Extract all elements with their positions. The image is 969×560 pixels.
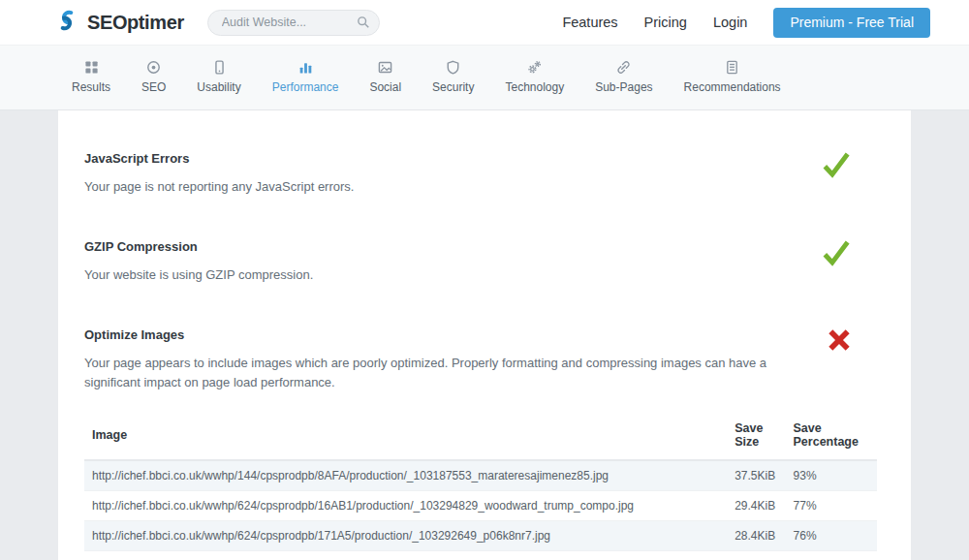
column-header-save-percentage: Save Percentage [786, 411, 877, 460]
tab-performance[interactable]: Performance [257, 58, 355, 96]
save-percentage-cell: 76% [786, 520, 877, 550]
section-title: JavaScript Errors [84, 151, 790, 166]
target-icon [146, 60, 161, 75]
header: SEOptimer Features Pricing Login Premium… [0, 0, 969, 45]
report-card: JavaScript Errors Your page is not repor… [58, 110, 911, 560]
image-url-cell: http://ichef.bbci.co.uk/wwhp/624/cpsprod… [84, 490, 727, 520]
section-title: Optimize Images [84, 327, 790, 342]
fail-cross-icon [827, 327, 852, 353]
save-size-cell: 29.4KiB [727, 490, 785, 520]
tab-label: Sub-Pages [595, 80, 652, 94]
report-tabbar: Results SEO Usability Performance [0, 45, 969, 110]
section-javascript-errors: JavaScript Errors Your page is not repor… [84, 151, 877, 197]
nav-features[interactable]: Features [562, 15, 617, 30]
column-header-image: Image [84, 411, 727, 460]
tab-seo[interactable]: SEO [126, 58, 181, 96]
save-size-cell: 37.5KiB [727, 460, 785, 491]
table-row: http://ichef.bbci.co.uk/wwhp/624/cpsprod… [84, 520, 877, 550]
section-title: GZIP Compression [84, 239, 790, 254]
tab-label: Recommendations [684, 80, 781, 94]
section-description: Your page appears to include images whic… [84, 354, 790, 392]
section-description: Your website is using GZIP compression. [84, 265, 790, 285]
nav-login[interactable]: Login [713, 15, 747, 30]
column-header-save-size: Save Size [727, 411, 785, 460]
tab-label: Performance [272, 80, 339, 94]
tab-label: SEO [141, 80, 166, 94]
tab-label: Social [369, 80, 401, 94]
search-icon [357, 16, 370, 29]
save-percentage-cell: 68% [786, 550, 877, 560]
header-nav: Features Pricing Login Premium - Free Tr… [562, 8, 930, 38]
save-size-cell: 28.4KiB [727, 520, 785, 550]
pass-check-icon [821, 151, 852, 178]
image-url-cell: http://ichef.bbci.co.uk/wwhp/304/ibroadc… [84, 550, 727, 560]
gears-icon [527, 60, 542, 75]
save-percentage-cell: 77% [786, 490, 877, 520]
section-optimize-images: Optimize Images Your page appears to inc… [84, 327, 877, 392]
grid-icon [84, 60, 99, 75]
link-icon [616, 60, 631, 75]
table-row: http://ichef.bbci.co.uk/wwhp/624/cpsprod… [84, 490, 877, 520]
shield-icon [446, 60, 460, 75]
audit-search-input[interactable] [207, 10, 380, 36]
tab-label: Usability [197, 80, 240, 94]
seoptimer-logo-icon [53, 7, 80, 38]
document-icon [725, 60, 739, 75]
section-description: Your page is not reporting any JavaScrip… [84, 177, 790, 197]
image-url-cell: http://ichef.bbci.co.uk/wwhp/144/cpsprod… [84, 460, 727, 491]
pass-check-icon [821, 239, 852, 266]
tab-sub-pages[interactable]: Sub-Pages [579, 58, 668, 96]
tab-technology[interactable]: Technology [489, 58, 579, 96]
logo[interactable]: SEOptimer [53, 7, 184, 38]
save-percentage-cell: 93% [786, 460, 877, 491]
audit-search-box [207, 10, 380, 36]
tab-security[interactable]: Security [417, 58, 489, 96]
table-header-row: Image Save Size Save Percentage [84, 411, 877, 460]
save-size-cell: 28KiB [727, 550, 785, 560]
photo-icon [378, 60, 392, 75]
tab-recommendations[interactable]: Recommendations [669, 58, 797, 96]
image-url-cell: http://ichef.bbci.co.uk/wwhp/624/cpsprod… [84, 520, 727, 550]
bar-chart-icon [298, 60, 313, 75]
tab-label: Technology [505, 80, 564, 94]
nav-pricing[interactable]: Pricing [644, 15, 687, 30]
mobile-icon [212, 60, 227, 75]
table-row: http://ichef.bbci.co.uk/wwhp/144/cpsprod… [84, 460, 877, 491]
tab-social[interactable]: Social [354, 58, 417, 96]
logo-text: SEOptimer [87, 12, 184, 34]
optimize-images-table: Image Save Size Save Percentage http://i… [84, 411, 877, 560]
premium-free-trial-button[interactable]: Premium - Free Trial [773, 8, 930, 38]
tab-label: Security [432, 80, 474, 94]
table-row: http://ichef.bbci.co.uk/wwhp/304/ibroadc… [84, 550, 877, 560]
tab-label: Results [72, 80, 110, 94]
tab-results[interactable]: Results [56, 58, 126, 96]
tab-usability[interactable]: Usability [181, 58, 256, 96]
section-gzip-compression: GZIP Compression Your website is using G… [84, 239, 877, 285]
